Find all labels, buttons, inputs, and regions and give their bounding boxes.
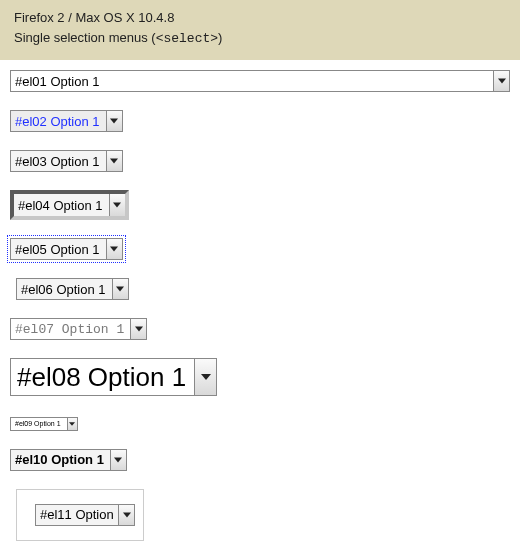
dropdown-button[interactable] — [194, 359, 216, 395]
svg-marker-7 — [201, 374, 211, 380]
select-value: #el02 Option 1 — [11, 111, 106, 131]
svg-marker-1 — [110, 119, 118, 124]
dropdown-button[interactable] — [493, 71, 509, 91]
select-el04[interactable]: #el04 Option 1 — [14, 194, 125, 216]
dropdown-button[interactable] — [118, 505, 134, 525]
chevron-down-icon — [110, 158, 118, 164]
chevron-down-icon — [201, 373, 211, 381]
svg-marker-3 — [113, 203, 121, 208]
chevron-down-icon — [498, 78, 506, 84]
dropdown-button[interactable] — [109, 194, 125, 216]
chevron-down-icon — [69, 422, 75, 426]
select-value: #el11 Option 1 — [36, 505, 118, 525]
select-el01[interactable]: #el01 Option 1 — [10, 70, 510, 92]
chevron-down-icon — [135, 326, 143, 332]
chevron-down-icon — [110, 118, 118, 124]
select-value: #el06 Option 1 — [17, 279, 112, 299]
chevron-down-icon — [113, 202, 121, 208]
svg-marker-8 — [69, 422, 75, 426]
content-area: #el01 Option 1 #el02 Option 1 #el03 Opti… — [0, 60, 520, 553]
svg-marker-9 — [114, 457, 122, 462]
select-el02[interactable]: #el02 Option 1 — [10, 110, 123, 132]
select-value: #el05 Option 1 — [11, 239, 106, 259]
select-el05[interactable]: #el05 Option 1 — [10, 238, 123, 260]
chevron-down-icon — [123, 512, 131, 518]
svg-marker-2 — [110, 159, 118, 164]
svg-marker-6 — [135, 327, 143, 332]
chevron-down-icon — [110, 246, 118, 252]
dropdown-button[interactable] — [106, 151, 122, 171]
dropdown-button[interactable] — [110, 450, 126, 470]
header-line-1: Firefox 2 / Max OS X 10.4.8 — [14, 8, 506, 28]
header-line-2: Single selection menus (<select>) — [14, 28, 506, 49]
select-value: #el04 Option 1 — [14, 194, 109, 216]
select-value: #el07 Option 1 — [11, 319, 130, 339]
select-el06[interactable]: #el06 Option 1 — [16, 278, 129, 300]
code-tag: <select> — [156, 31, 218, 46]
select-el10[interactable]: #el10 Option 1 — [10, 449, 127, 471]
select-el03[interactable]: #el03 Option 1 — [10, 150, 123, 172]
select-el04-border: #el04 Option 1 — [10, 190, 129, 220]
select-el09[interactable]: #el09 Option 1 — [10, 417, 78, 431]
svg-marker-0 — [498, 79, 506, 84]
dropdown-button[interactable] — [106, 111, 122, 131]
select-value: #el08 Option 1 — [11, 359, 194, 395]
header-bar: Firefox 2 / Max OS X 10.4.8 Single selec… — [0, 0, 520, 60]
dropdown-button[interactable] — [112, 279, 128, 299]
select-value: #el09 Option 1 — [11, 418, 67, 430]
dropdown-button[interactable] — [67, 418, 77, 430]
chevron-down-icon — [114, 457, 122, 463]
select-el07[interactable]: #el07 Option 1 — [10, 318, 147, 340]
chevron-down-icon — [116, 286, 124, 292]
svg-marker-5 — [116, 287, 124, 292]
select-value: #el03 Option 1 — [11, 151, 106, 171]
svg-marker-10 — [123, 512, 131, 517]
dropdown-button[interactable] — [106, 239, 122, 259]
select-el11[interactable]: #el11 Option 1 — [35, 504, 135, 526]
select-value: #el01 Option 1 — [11, 71, 493, 91]
select-el11-container: #el11 Option 1 — [16, 489, 144, 541]
dropdown-button[interactable] — [130, 319, 146, 339]
svg-marker-4 — [110, 247, 118, 252]
select-el08[interactable]: #el08 Option 1 — [10, 358, 217, 396]
select-value: #el10 Option 1 — [11, 450, 110, 470]
